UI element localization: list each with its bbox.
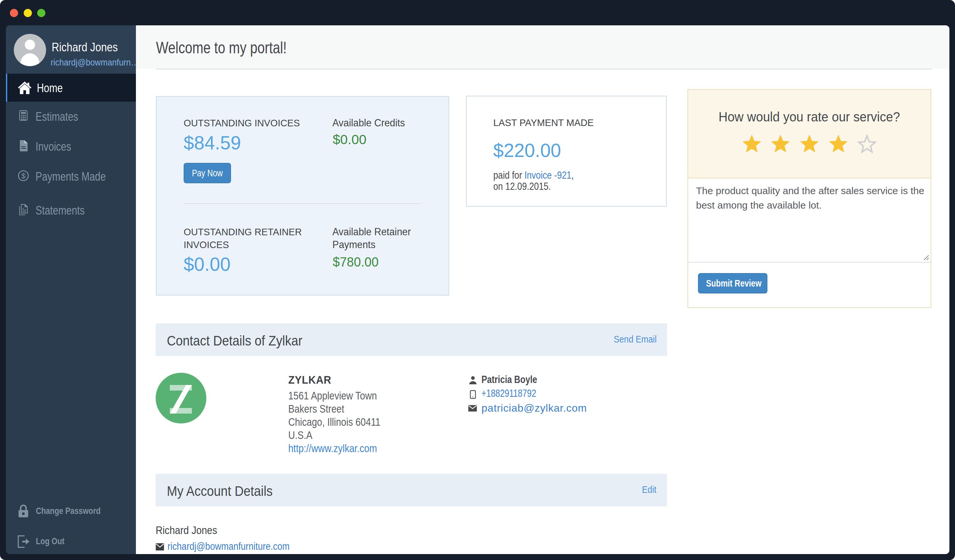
svg-text:$: $ bbox=[21, 172, 25, 180]
